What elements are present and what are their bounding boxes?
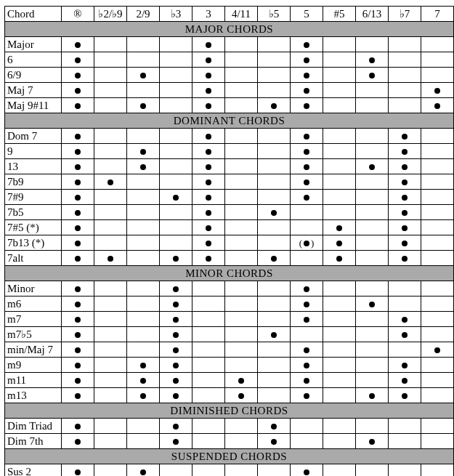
dot-icon <box>206 179 211 185</box>
dot-icon <box>206 256 211 262</box>
interval-cell <box>225 52 258 68</box>
interval-cell <box>356 358 389 373</box>
interval-cell <box>62 190 94 205</box>
col-header-interval: 2/9 <box>127 7 160 22</box>
dot-icon <box>271 210 277 216</box>
interval-cell <box>356 174 389 190</box>
table-row: 13 <box>5 159 454 174</box>
interval-cell <box>421 159 454 174</box>
interval-cell <box>127 358 160 373</box>
interval-cell <box>94 419 127 434</box>
interval-cell <box>192 434 225 449</box>
dot-icon <box>75 469 81 475</box>
dot-icon <box>271 439 277 445</box>
interval-cell <box>421 358 454 373</box>
dot-icon <box>369 393 375 399</box>
interval-cell <box>323 251 356 266</box>
interval-cell <box>356 251 389 266</box>
interval-cell <box>160 205 192 220</box>
interval-cell <box>160 159 192 174</box>
interval-cell <box>192 297 225 312</box>
interval-cell <box>192 205 225 220</box>
dot-icon <box>75 42 81 48</box>
interval-cell <box>94 434 127 449</box>
interval-cell <box>356 144 389 159</box>
interval-cell <box>389 98 421 113</box>
table-row: m7♭5 <box>5 327 454 342</box>
interval-cell <box>356 190 389 205</box>
dot-icon <box>304 103 309 109</box>
interval-cell <box>421 52 454 68</box>
interval-cell <box>127 37 160 52</box>
chord-label: Maj 9#11 <box>5 98 62 113</box>
table-row: 7#9 <box>5 190 454 205</box>
interval-cell <box>127 327 160 342</box>
interval-cell <box>127 220 160 235</box>
dot-icon <box>402 195 408 201</box>
interval-cell <box>291 297 323 312</box>
interval-cell <box>192 235 225 251</box>
interval-cell <box>421 83 454 98</box>
interval-cell <box>127 297 160 312</box>
dot-icon <box>75 378 81 384</box>
dot-icon <box>140 73 146 78</box>
table-row: 7#5 (*) <box>5 220 454 235</box>
interval-cell <box>389 388 421 403</box>
interval-cell <box>258 388 291 403</box>
dot-icon <box>434 103 440 109</box>
interval-cell <box>225 83 258 98</box>
chord-label: Dim Triad <box>5 419 62 434</box>
table-row: Dim 7th <box>5 434 454 449</box>
dot-icon <box>206 225 211 231</box>
interval-cell <box>389 373 421 388</box>
dot-icon <box>304 378 309 384</box>
interval-cell <box>225 98 258 113</box>
dot-icon <box>140 149 146 155</box>
dot-icon <box>173 195 179 201</box>
interval-cell <box>94 159 127 174</box>
interval-cell <box>94 144 127 159</box>
interval-cell <box>127 342 160 358</box>
chord-label: Dim 7th <box>5 434 62 449</box>
interval-cell <box>258 297 291 312</box>
chord-label: 7b13 (*) <box>5 235 62 251</box>
interval-cell <box>421 373 454 388</box>
interval-cell <box>225 220 258 235</box>
dot-icon <box>75 363 81 368</box>
interval-cell <box>356 220 389 235</box>
col-header-interval: 3 <box>192 7 225 22</box>
chord-label: 7#9 <box>5 190 62 205</box>
interval-cell <box>291 52 323 68</box>
interval-cell <box>62 373 94 388</box>
interval-cell <box>389 37 421 52</box>
interval-cell <box>62 144 94 159</box>
interval-cell <box>389 251 421 266</box>
interval-cell <box>192 312 225 327</box>
interval-cell <box>258 144 291 159</box>
interval-cell <box>258 464 291 477</box>
interval-cell <box>258 251 291 266</box>
dot-icon <box>402 378 408 384</box>
interval-cell <box>62 83 94 98</box>
dot-icon <box>402 241 408 246</box>
interval-cell <box>94 464 127 477</box>
dot-icon <box>206 73 211 78</box>
col-header-chord: Chord <box>5 7 62 22</box>
table-row: Dim Triad <box>5 419 454 434</box>
dot-icon <box>206 134 211 140</box>
interval-cell <box>127 419 160 434</box>
interval-cell <box>192 174 225 190</box>
dot-icon <box>402 149 408 155</box>
interval-cell <box>225 464 258 477</box>
interval-cell <box>323 52 356 68</box>
table-row: Minor <box>5 281 454 297</box>
table-row: 7alt <box>5 251 454 266</box>
interval-cell <box>62 37 94 52</box>
interval-cell <box>225 205 258 220</box>
dot-icon <box>304 57 309 63</box>
interval-cell <box>225 281 258 297</box>
interval-cell <box>421 297 454 312</box>
interval-cell <box>127 235 160 251</box>
interval-cell <box>291 464 323 477</box>
dot-icon <box>304 88 309 94</box>
